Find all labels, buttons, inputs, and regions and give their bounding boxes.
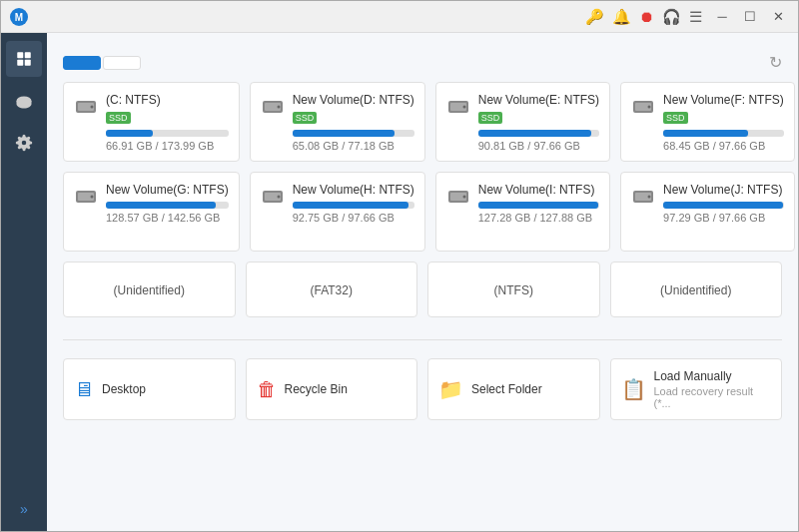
close-button[interactable]: ✕ (766, 5, 790, 29)
drive-size: 128.57 GB / 142.56 GB (106, 212, 229, 224)
drive-size: 90.81 GB / 97.66 GB (478, 140, 599, 152)
drive-size: 97.29 GB / 97.66 GB (663, 212, 784, 224)
unidentified-drive-card[interactable]: (FAT32) (246, 262, 418, 317)
specific-location-label: Desktop (102, 382, 146, 396)
drive-size: 68.45 GB / 97.66 GB (663, 140, 784, 152)
drive-bar-fill (106, 202, 216, 209)
specific-location-card[interactable]: 🗑 Recycle Bin (246, 358, 418, 420)
ssd-badge: SSD (478, 112, 503, 124)
drive-bar-background (106, 202, 229, 209)
specific-location-label: Select Folder (471, 382, 542, 396)
unidentified-label: (FAT32) (257, 283, 407, 297)
maximize-button[interactable]: ☐ (738, 5, 762, 29)
record-icon[interactable]: ⏺ (639, 8, 654, 25)
drive-size: 66.91 GB / 173.99 GB (106, 140, 229, 152)
headphone-icon[interactable]: 🎧 (662, 8, 681, 26)
specific-location-label: Recycle Bin (285, 382, 348, 396)
drive-info: New Volume(J: NTFS) 97.29 GB / 97.66 GB (663, 183, 784, 224)
specific-section: 🖥 Desktop 🗑 Recycle Bin 📁 Select Folder … (47, 348, 798, 428)
svg-rect-3 (25, 52, 31, 58)
page-title (47, 33, 798, 53)
ssd-badge: SSD (293, 112, 318, 124)
drive-card[interactable]: New Volume(H: NTFS) 92.75 GB / 97.66 GB (250, 172, 425, 252)
drive-card[interactable]: New Volume(D: NTFS) SSD 65.08 GB / 77.18… (250, 82, 425, 162)
drive-icon (261, 185, 285, 215)
minimize-button[interactable]: ─ (710, 5, 734, 29)
sidebar-item-drives[interactable] (6, 83, 42, 119)
drive-bar-fill (663, 202, 782, 209)
specific-location-icon: 📁 (438, 377, 463, 401)
drive-card[interactable]: New Volume(G: NTFS) 128.57 GB / 142.56 G… (63, 172, 240, 252)
app-logo: M (9, 7, 29, 27)
drive-bar-fill (293, 130, 396, 137)
unidentified-drive-card[interactable]: (Unidentified) (63, 262, 236, 317)
app-body: » ↻ (C: NTFS) SSD (1, 33, 798, 532)
drive-info: New Volume(F: NTFS) SSD 68.45 GB / 97.66… (663, 93, 784, 152)
drive-info: New Volume(H: NTFS) 92.75 GB / 97.66 GB (293, 183, 414, 224)
sidebar-expand-area: » (6, 497, 42, 521)
specific-location-icon: 🖥 (74, 378, 94, 401)
section-divider (63, 339, 782, 340)
drive-icon (446, 185, 470, 215)
drive-info: New Volume(I: NTFS) 127.28 GB / 127.88 G… (478, 183, 599, 224)
main-content: ↻ (C: NTFS) SSD 66.91 GB / 173.99 GB (47, 33, 798, 532)
tab-logical-drives[interactable] (63, 56, 101, 70)
specific-location-icon: 🗑 (257, 378, 277, 401)
drive-card[interactable]: New Volume(F: NTFS) SSD 68.45 GB / 97.66… (620, 82, 795, 162)
specific-grid: 🖥 Desktop 🗑 Recycle Bin 📁 Select Folder … (63, 358, 782, 420)
drive-size: 92.75 GB / 97.66 GB (293, 212, 414, 224)
sidebar: » (1, 33, 47, 532)
specific-location-icon: 📋 (621, 377, 646, 401)
unidentified-label: (Unidentified) (74, 283, 225, 297)
ssd-badge: SSD (663, 112, 688, 124)
svg-point-30 (648, 196, 651, 199)
drive-icon (261, 95, 285, 125)
svg-point-12 (277, 106, 280, 109)
drive-name: (C: NTFS) (106, 93, 229, 107)
drive-name: New Volume(F: NTFS) (663, 93, 784, 107)
specific-location-card[interactable]: 📋 Load Manually Load recovery result (*.… (610, 358, 783, 420)
specific-location-sub: Load recovery result (*... (654, 385, 772, 409)
specific-location-card[interactable]: 📁 Select Folder (427, 358, 600, 420)
svg-point-18 (648, 106, 651, 109)
specific-location-card[interactable]: 🖥 Desktop (63, 358, 236, 420)
window-controls: ─ ☐ ✕ (710, 5, 790, 29)
key-icon[interactable]: 🔑 (585, 8, 604, 26)
unidentified-label: (NTFS) (438, 283, 589, 297)
drive-card[interactable]: New Volume(I: NTFS) 127.28 GB / 127.88 G… (435, 172, 610, 252)
drive-bar-fill (663, 130, 747, 137)
drive-name: New Volume(E: NTFS) (478, 93, 599, 107)
unidentified-grid: (Unidentified)(FAT32)(NTFS)(Unidentified… (63, 262, 782, 317)
drive-bar-fill (106, 130, 153, 137)
sidebar-item-settings[interactable] (6, 125, 42, 161)
bell-icon[interactable]: 🔔 (612, 8, 631, 26)
drive-bar-fill (478, 130, 591, 137)
svg-rect-4 (17, 60, 23, 66)
svg-point-27 (462, 196, 465, 199)
drive-bar-background (293, 202, 414, 209)
drive-name: New Volume(I: NTFS) (478, 183, 599, 197)
drive-card[interactable]: New Volume(E: NTFS) SSD 90.81 GB / 97.66… (435, 82, 610, 162)
sidebar-item-home[interactable] (6, 41, 42, 77)
drive-card[interactable]: New Volume(J: NTFS) 97.29 GB / 97.66 GB (620, 172, 795, 252)
title-bar: M 🔑 🔔 ⏺ 🎧 ☰ ─ ☐ ✕ (1, 1, 798, 33)
unidentified-drive-card[interactable]: (Unidentified) (610, 262, 783, 317)
drive-info: New Volume(E: NTFS) SSD 90.81 GB / 97.66… (478, 93, 599, 152)
svg-text:M: M (15, 12, 23, 23)
drive-bar-background (293, 130, 414, 137)
drive-size: 127.28 GB / 127.88 GB (478, 212, 599, 224)
unidentified-drive-card[interactable]: (NTFS) (427, 262, 600, 317)
expand-icon[interactable]: » (6, 497, 42, 521)
drive-info: New Volume(D: NTFS) SSD 65.08 GB / 77.18… (293, 93, 414, 152)
tab-bar: ↻ (47, 53, 798, 72)
drives-section: (C: NTFS) SSD 66.91 GB / 173.99 GB New V… (47, 82, 798, 335)
menu-icon[interactable]: ☰ (689, 8, 702, 26)
tab-devices[interactable] (103, 56, 141, 70)
specific-location-label: Load Manually (654, 369, 772, 383)
drive-icon (74, 95, 98, 125)
refresh-icon[interactable]: ↻ (769, 53, 782, 72)
drive-name: New Volume(H: NTFS) (293, 183, 414, 197)
drive-card[interactable]: (C: NTFS) SSD 66.91 GB / 173.99 GB (63, 82, 240, 162)
drive-bar-background (478, 202, 599, 209)
specific-location-text-wrap: Load Manually Load recovery result (*... (654, 369, 772, 409)
